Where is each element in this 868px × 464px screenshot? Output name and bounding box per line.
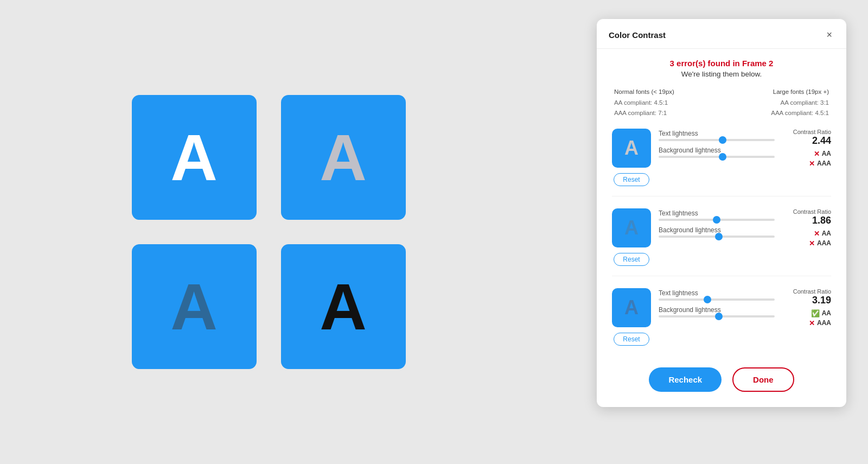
tile-2: A (281, 95, 406, 220)
aaa-x-icon-1: ✕ (809, 160, 815, 168)
item-preview-letter-3: A (624, 296, 639, 319)
error-subtext: We're listing them below. (612, 70, 831, 78)
legend-large-aa: AA compliant: 3:1 (771, 98, 829, 109)
contrast-ratio-value-3: 3.19 (782, 295, 831, 306)
bg-lightness-slider-1[interactable] (659, 156, 775, 158)
legend-normal-aa: AA compliant: 4.5:1 (614, 98, 674, 109)
item-preview-letter-2: A (624, 217, 639, 239)
reset-button-2[interactable]: Reset (614, 253, 649, 266)
text-slider-track-1[interactable] (659, 139, 775, 141)
bg-slider-track-1[interactable] (659, 156, 775, 158)
tile-letter-3: A (170, 274, 218, 339)
panel-header: Color Contrast × (597, 19, 846, 49)
aaa-x-icon-3: ✕ (809, 319, 815, 327)
canvas-area: A A A A (0, 0, 537, 464)
text-lightness-label-3: Text lightness (659, 289, 775, 297)
legend-large-title: Large fonts (19px +) (771, 87, 829, 98)
error-heading: 3 error(s) found in Frame 2 (612, 59, 831, 68)
badge-row-2: ✕ AA ✕ AAA (782, 230, 831, 247)
compliance-legend: Normal fonts (< 19px) AA compliant: 4.5:… (612, 87, 831, 119)
item-controls-1: Text lightness Background lightness (659, 129, 775, 163)
error-item-1: A Reset Text lightness Background lightn… (612, 129, 831, 196)
recheck-button[interactable]: Recheck (649, 367, 722, 392)
contrast-ratio-value-1: 2.44 (782, 135, 831, 147)
done-button[interactable]: Done (732, 367, 794, 392)
aa-check-icon-3: ✅ (811, 309, 820, 317)
text-lightness-slider-3[interactable] (659, 298, 775, 301)
bg-slider-thumb-3[interactable] (715, 313, 723, 320)
legend-normal-title: Normal fonts (< 19px) (614, 87, 674, 98)
aa-badge-2: ✕ AA (814, 230, 831, 238)
text-slider-track-2[interactable] (659, 219, 775, 221)
aa-badge-1: ✕ AA (814, 150, 831, 158)
color-contrast-panel: Color Contrast × 3 error(s) found in Fra… (597, 19, 846, 407)
badge-row-1: ✕ AA ✕ AAA (782, 150, 831, 168)
text-slider-thumb-2[interactable] (713, 216, 720, 224)
aaa-badge-text-1: AAA (817, 160, 831, 167)
legend-normal: Normal fonts (< 19px) AA compliant: 4.5:… (614, 87, 674, 119)
text-lightness-slider-1[interactable] (659, 139, 775, 141)
aa-badge-3: ✅ AA (811, 309, 831, 317)
error-item-2: A Reset Text lightness Background lightn… (612, 208, 831, 276)
contrast-ratio-label-1: Contrast Ratio (782, 129, 831, 135)
contrast-result-3: Contrast Ratio 3.19 ✅ AA ✕ AAA (782, 288, 831, 327)
tile-1: A (132, 95, 257, 220)
item-preview-1: A (612, 129, 651, 168)
tile-grid: A A A A (132, 95, 406, 369)
text-slider-thumb-1[interactable] (719, 136, 726, 144)
tile-4: A (281, 244, 406, 369)
badge-row-3: ✅ AA ✕ AAA (782, 309, 831, 327)
panel-body: 3 error(s) found in Frame 2 We're listin… (597, 49, 846, 355)
aa-x-icon-1: ✕ (814, 150, 820, 158)
contrast-result-1: Contrast Ratio 2.44 ✕ AA ✕ AAA (782, 129, 831, 168)
bg-lightness-slider-2[interactable] (659, 236, 775, 238)
panel-title: Color Contrast (609, 30, 666, 40)
bg-slider-thumb-1[interactable] (719, 153, 726, 161)
contrast-ratio-value-2: 1.86 (782, 215, 831, 226)
legend-large-aaa: AAA compliant: 4.5:1 (771, 108, 829, 119)
tile-letter-4: A (320, 274, 367, 339)
aaa-badge-text-3: AAA (817, 319, 831, 327)
bg-slider-track-3[interactable] (659, 315, 775, 317)
aaa-badge-2: ✕ AAA (809, 239, 831, 247)
contrast-result-2: Contrast Ratio 1.86 ✕ AA ✕ AAA (782, 208, 831, 247)
item-controls-2: Text lightness Background lightness (659, 208, 775, 243)
bg-slider-thumb-2[interactable] (715, 233, 723, 240)
contrast-ratio-label-2: Contrast Ratio (782, 208, 831, 215)
error-item-3: A Reset Text lightness Background lightn… (612, 288, 831, 355)
aa-badge-text-3: AA (822, 309, 831, 317)
aaa-badge-3: ✕ AAA (809, 319, 831, 327)
item-preview-3: A (612, 288, 651, 327)
legend-large: Large fonts (19px +) AA compliant: 3:1 A… (771, 87, 829, 119)
legend-normal-aaa: AAA compliant: 7:1 (614, 108, 674, 119)
contrast-ratio-label-3: Contrast Ratio (782, 288, 831, 295)
aaa-x-icon-2: ✕ (809, 239, 815, 247)
bg-lightness-label-1: Background lightness (659, 147, 775, 154)
close-button[interactable]: × (824, 29, 834, 41)
aa-badge-text-1: AA (822, 150, 831, 157)
item-controls-3: Text lightness Background lightness (659, 288, 775, 323)
aaa-badge-1: ✕ AAA (809, 160, 831, 168)
tile-letter-1: A (170, 125, 218, 190)
text-slider-thumb-3[interactable] (704, 296, 711, 303)
reset-button-3[interactable]: Reset (614, 333, 649, 346)
aa-badge-text-2: AA (822, 230, 831, 237)
aa-x-icon-2: ✕ (814, 230, 820, 238)
item-preview-2: A (612, 208, 651, 247)
panel-footer: Recheck Done (597, 367, 846, 392)
bg-slider-track-2[interactable] (659, 236, 775, 238)
reset-button-1[interactable]: Reset (614, 173, 649, 186)
text-lightness-slider-2[interactable] (659, 219, 775, 221)
item-preview-letter-1: A (624, 137, 639, 160)
tile-letter-2: A (320, 125, 367, 190)
text-lightness-label-1: Text lightness (659, 130, 775, 137)
text-slider-track-3[interactable] (659, 298, 775, 301)
aaa-badge-text-2: AAA (817, 239, 831, 247)
tile-3: A (132, 244, 257, 369)
bg-lightness-slider-3[interactable] (659, 315, 775, 317)
